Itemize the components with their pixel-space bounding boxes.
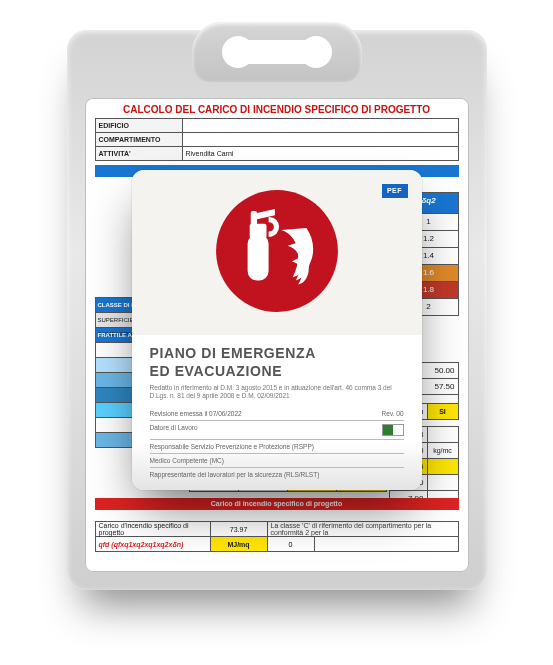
lbl-attivita: ATTIVITA'	[95, 147, 182, 161]
front-card: PEF PIANO DI EMERGENZA ED	[132, 170, 422, 490]
section-bar-carico: Carico di incendio specifico di progetto	[95, 498, 459, 510]
card-subtitle: Redatto in riferimento al D.M. 3 agosto …	[132, 384, 422, 401]
card-meta: Revisione emessa il 07/06/2022 Rev. 00 D…	[132, 401, 422, 481]
qfd-formula: qfd (qfxq1xq2xq1xq2xδn)	[95, 537, 210, 552]
line-rls: Rappresentante dei lavoratori per la sic…	[150, 468, 404, 481]
svg-rect-1	[247, 234, 268, 280]
lbl-compart: COMPARTIMENTO	[95, 133, 182, 147]
pef-badge: PEF	[382, 184, 408, 198]
line-rspp: Responsabile Servizio Prevenzione e Prot…	[150, 440, 404, 454]
extinguisher-icon	[214, 188, 340, 314]
header-table: EDIFICIO COMPARTIMENTO ATTIVITA'Rivendit…	[95, 118, 459, 161]
sheet-title: CALCOLO DEL CARICO DI INCENDIO SPECIFICO…	[85, 98, 469, 118]
rev-line: Revisione emessa il 07/06/2022 Rev. 00	[150, 407, 404, 421]
svg-rect-2	[249, 224, 266, 239]
hang-hole	[232, 40, 322, 64]
svg-point-0	[216, 190, 338, 312]
card-title: PIANO DI EMERGENZA ED EVACUAZIONE	[132, 335, 422, 384]
lbl-carico-specifico: Carico d'incendio specifico di progetto	[95, 522, 210, 537]
flag-icon	[382, 424, 404, 436]
card-header: PEF	[132, 170, 422, 335]
val-attivita: Rivendita Carni	[182, 147, 458, 161]
product-mockup: CALCOLO DEL CARICO DI INCENDIO SPECIFICO…	[0, 0, 553, 665]
val-zero: 0	[267, 537, 314, 552]
lbl-edificio: EDIFICIO	[95, 119, 182, 133]
bottom-table: Carico d'incendio specifico di progetto …	[95, 521, 459, 552]
unit-mj: MJ/mq	[210, 537, 267, 552]
line-mc: Medico Competente (MC)	[150, 454, 404, 468]
line-dl: Datore di Lavoro	[150, 421, 404, 440]
hang-tab	[192, 22, 362, 82]
